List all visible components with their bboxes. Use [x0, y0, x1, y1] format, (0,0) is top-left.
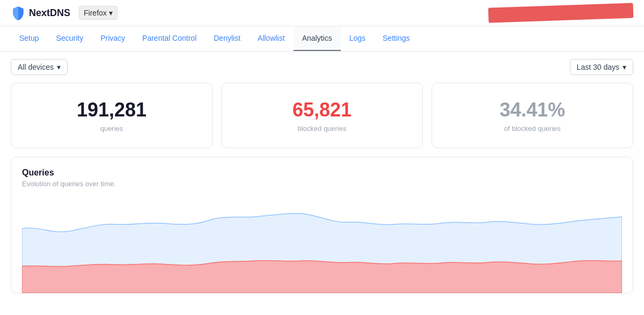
browser-arrow: ▾	[109, 9, 113, 17]
nav-item-denylist[interactable]: Denylist	[205, 26, 249, 51]
stats-grid: 191,281 queries 65,821 blocked queries 3…	[0, 83, 644, 157]
stat-card-queries: 191,281 queries	[11, 83, 213, 148]
stat-card-percent: 34.41% of blocked queries	[431, 83, 633, 148]
blocked-label: blocked queries	[232, 124, 412, 133]
nav-item-settings[interactable]: Settings	[374, 26, 419, 51]
redacted-bar	[488, 3, 634, 23]
shield-icon	[11, 5, 26, 20]
devices-arrow: ▾	[57, 63, 61, 71]
logo: NextDNS	[11, 5, 70, 20]
nav-item-analytics[interactable]: Analytics	[294, 26, 341, 51]
devices-dropdown[interactable]: All devices ▾	[11, 59, 68, 75]
period-dropdown[interactable]: Last 30 days ▾	[570, 59, 633, 75]
percent-value: 34.41%	[443, 98, 622, 121]
blocked-queries-area	[22, 261, 622, 294]
nav-item-privacy[interactable]: Privacy	[92, 26, 134, 51]
stat-card-blocked: 65,821 blocked queries	[221, 83, 423, 148]
app-header: NextDNS Firefox ▾	[0, 0, 644, 26]
nav-item-logs[interactable]: Logs	[341, 26, 374, 51]
nav-item-parental-control[interactable]: Parental Control	[134, 26, 205, 51]
chart-area	[22, 196, 622, 293]
percent-label: of blocked queries	[443, 124, 622, 133]
toolbar: All devices ▾ Last 30 days ▾	[0, 52, 644, 83]
nav-item-security[interactable]: Security	[48, 26, 92, 51]
queries-label: queries	[22, 124, 201, 133]
chart-svg	[22, 196, 622, 293]
main-nav: Setup Security Privacy Parental Control …	[0, 26, 644, 52]
period-arrow: ▾	[623, 63, 626, 71]
logo-text: NextDNS	[29, 8, 70, 19]
browser-selector[interactable]: Firefox ▾	[79, 6, 118, 20]
chart-subtitle: Evolution of queries over time.	[22, 180, 622, 188]
queries-chart-card: Queries Evolution of queries over time.	[11, 157, 633, 294]
blocked-value: 65,821	[232, 98, 412, 121]
queries-value: 191,281	[22, 98, 201, 121]
period-label: Last 30 days	[577, 63, 619, 71]
nav-item-setup[interactable]: Setup	[11, 26, 48, 51]
devices-label: All devices	[18, 63, 54, 71]
chart-title: Queries	[22, 168, 622, 178]
browser-label: Firefox	[84, 9, 107, 17]
nav-item-allowlist[interactable]: Allowlist	[249, 26, 294, 51]
